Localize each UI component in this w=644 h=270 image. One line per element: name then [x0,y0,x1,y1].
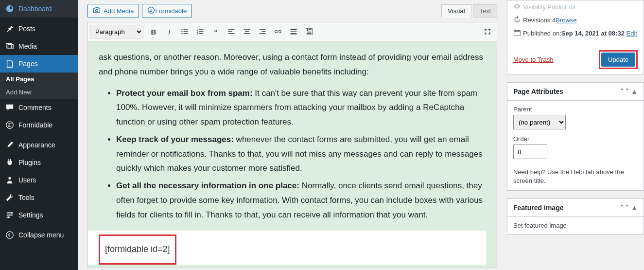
svg-rect-8 [184,29,188,30]
browse-revisions-link[interactable]: Browse [556,17,576,24]
formidable-icon [5,120,15,130]
formidable-embed-button[interactable]: Formidable [142,4,192,18]
move-to-trash-link[interactable]: Move to Trash [513,56,553,63]
svg-rect-20 [228,31,232,32]
eye-icon [513,2,523,12]
quote-button[interactable]: “ [209,24,223,39]
ol-button[interactable]: 123 [193,24,208,39]
chevron-down-icon[interactable]: ˅ [626,88,629,95]
main-area: Add Media Formidable Visual Text Paragra… [78,0,644,270]
admin-sidebar: Dashboard Posts Media Pages All Pages Ad… [0,0,78,270]
svg-rect-19 [228,29,235,30]
toggle-toolbar-button[interactable] [302,24,316,39]
svg-rect-10 [184,31,188,32]
svg-rect-24 [244,33,250,34]
chevron-up-icon[interactable]: ˄ [620,204,624,212]
format-select[interactable]: Paragraph [90,25,143,38]
sidebar-item-media[interactable]: Media [0,37,78,55]
sidebar-item-settings[interactable]: Settings [0,206,78,224]
svg-rect-16 [199,31,204,32]
sidebar-sub-all-pages[interactable]: All Pages [0,72,78,86]
sidebar-label: Settings [18,211,43,219]
svg-rect-35 [307,33,312,34]
sidebar-collapse[interactable]: Collapse menu [0,226,78,244]
sidebar-label: Appearance [18,141,55,149]
sidebar-submenu-pages: All Pages Add New [0,72,78,99]
pages-icon [5,59,15,69]
parent-label: Parent [513,106,638,113]
sidebar-sub-add-new[interactable]: Add New [0,86,78,99]
formidable-small-icon [147,6,155,16]
chevron-up-icon[interactable]: ˄ [620,88,624,95]
order-label: Order [513,135,638,143]
publish-footer: Move to Trash Update [507,45,644,74]
sidebar-item-formidable[interactable]: Formidable [0,116,78,134]
edit-visibility-link[interactable]: Edit [565,3,575,11]
sidebar-item-tools[interactable]: Tools [0,189,78,206]
svg-point-2 [11,212,13,214]
add-media-label: Add Media [104,7,134,15]
page-attributes-header[interactable]: Page Attributes ˄ ˅ ▲ [507,83,644,101]
publish-metabox: Visibility: Public Edit Revisions: 4 Bro… [507,0,644,74]
caret-up-icon[interactable]: ▲ [631,204,638,212]
visibility-row: Visibility: Public Edit [513,0,638,14]
page-attributes-metabox: Page Attributes ˄ ˅ ▲ Parent (no parent)… [507,82,644,191]
svg-text:3: 3 [197,33,198,35]
sidebar-label: Pages [18,60,38,68]
pin-icon [5,24,15,34]
sidebar-item-comments[interactable]: Comments [0,99,78,116]
editor-content[interactable]: ask questions, or another reason. Moreov… [87,41,497,268]
svg-rect-21 [228,33,235,34]
svg-rect-14 [199,29,204,30]
formidable-embed-label: Formidable [155,7,187,15]
comment-icon [5,103,15,112]
italic-button[interactable]: I [162,24,176,39]
update-button[interactable]: Update [601,53,635,67]
add-media-button[interactable]: Add Media [87,4,139,18]
user-icon [5,175,15,185]
ul-button[interactable] [177,24,192,39]
readmore-button[interactable] [286,24,301,39]
svg-rect-23 [245,31,249,32]
sidebar-item-plugins[interactable]: Plugins [0,154,78,171]
sidebar-label: Collapse menu [18,231,64,239]
calendar-icon [513,29,523,38]
help-text: Need help? Use the Help tab above the sc… [513,168,638,185]
tab-text[interactable]: Text [473,4,497,18]
align-center-button[interactable] [240,24,254,39]
editor-top-row: Add Media Formidable Visual Text [87,4,497,18]
sidebar-item-users[interactable]: Users [0,171,78,189]
sidebar-label: Users [18,176,36,184]
parent-select[interactable]: (no parent) [513,115,566,129]
sidebar-label: Dashboard [18,5,52,13]
align-right-button[interactable] [255,24,270,39]
set-featured-image-link[interactable]: Set featured image [513,222,567,229]
sidebar-item-dashboard[interactable]: Dashboard [0,0,78,18]
sidebar-item-posts[interactable]: Posts [0,20,78,37]
svg-point-3 [8,216,10,218]
link-button[interactable] [271,24,285,39]
sidebar-item-appearance[interactable]: Appearance [0,136,78,154]
order-input[interactable] [513,144,547,159]
shortcode-highlight: [formidable id=2] [99,234,176,265]
dashboard-icon [5,4,15,14]
svg-point-7 [181,29,182,30]
right-sidebar: Visibility: Public Edit Revisions: 4 Bro… [507,0,644,270]
svg-rect-39 [518,30,519,31]
caret-up-icon[interactable]: ▲ [631,88,638,95]
sliders-icon [5,210,15,220]
svg-rect-33 [309,29,312,30]
tab-visual[interactable]: Visual [441,4,471,18]
align-left-button[interactable] [224,24,239,39]
featured-image-header[interactable]: Featured image ˄ ˅ ▲ [507,199,644,217]
chevron-down-icon[interactable]: ˅ [626,204,629,212]
list-item: Protect your email box from spam: It can… [116,86,486,129]
bold-button[interactable]: B [146,24,161,39]
edit-date-link[interactable]: Edit [627,30,637,37]
sidebar-label: Comments [18,104,52,111]
sidebar-item-pages[interactable]: Pages [0,55,78,72]
svg-rect-18 [199,33,204,34]
svg-rect-32 [307,29,308,31]
featured-image-metabox: Featured image ˄ ˅ ▲ Set featured image [507,198,644,234]
fullscreen-button[interactable] [480,24,495,39]
